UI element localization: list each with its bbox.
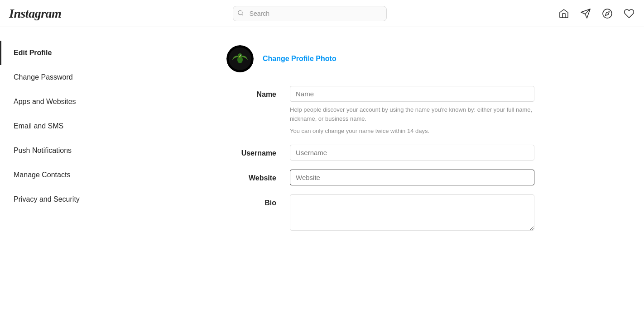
svg-point-0 [238, 10, 242, 14]
direct-icon[interactable] [580, 8, 591, 19]
sidebar-item-manage-contacts[interactable]: Manage Contacts [0, 163, 190, 187]
sidebar-item-privacy-and-security[interactable]: Privacy and Security [0, 187, 190, 212]
home-icon[interactable] [558, 8, 570, 19]
website-label: Website [217, 170, 290, 182]
activity-icon[interactable] [623, 8, 635, 19]
search-icon [237, 9, 244, 17]
svg-point-10 [240, 55, 241, 55]
name-label: Name [217, 86, 290, 99]
username-input[interactable] [290, 145, 534, 161]
name-input[interactable] [290, 86, 534, 102]
avatar-image [226, 45, 254, 72]
sidebar-item-edit-profile[interactable]: Edit Profile [0, 41, 190, 65]
svg-marker-5 [606, 11, 609, 15]
sidebar-item-apps-and-websites[interactable]: Apps and Websites [0, 90, 190, 114]
name-field-wrap: Help people discover your account by usi… [290, 86, 534, 136]
username-label: Username [217, 145, 290, 157]
svg-point-4 [603, 9, 612, 18]
profile-section: Change Profile Photo [217, 45, 617, 72]
explore-icon[interactable] [601, 8, 613, 19]
sidebar-item-push-notifications[interactable]: Push Notifications [0, 138, 190, 163]
svg-point-8 [238, 53, 242, 58]
sidebar-item-change-password[interactable]: Change Password [0, 65, 190, 90]
search-container [233, 6, 387, 21]
nav-icons [558, 8, 635, 19]
website-input[interactable] [290, 170, 534, 185]
main-container: Edit Profile Change Password Apps and We… [0, 27, 644, 312]
bio-input[interactable] [290, 194, 534, 231]
username-form-row: Username [217, 145, 617, 161]
name-hint-1: Help people discover your account by usi… [290, 105, 534, 123]
username-field-wrap [290, 145, 534, 161]
sidebar: Edit Profile Change Password Apps and We… [0, 27, 190, 312]
content-area: Change Profile Photo Name Help people di… [190, 27, 644, 312]
search-input[interactable] [233, 6, 387, 21]
website-form-row: Website [217, 170, 617, 185]
change-photo-button[interactable]: Change Profile Photo [263, 55, 336, 63]
bio-label: Bio [217, 194, 290, 207]
name-form-row: Name Help people discover your account b… [217, 86, 617, 136]
bio-form-row: Bio [217, 194, 617, 232]
name-hint-2: You can only change your name twice with… [290, 127, 534, 136]
sidebar-item-email-and-sms[interactable]: Email and SMS [0, 114, 190, 138]
instagram-logo[interactable]: Instagram [9, 6, 61, 21]
website-field-wrap [290, 170, 534, 185]
svg-line-1 [241, 14, 243, 15]
header: Instagram [0, 0, 644, 27]
avatar [226, 45, 254, 72]
bio-field-wrap [290, 194, 534, 232]
